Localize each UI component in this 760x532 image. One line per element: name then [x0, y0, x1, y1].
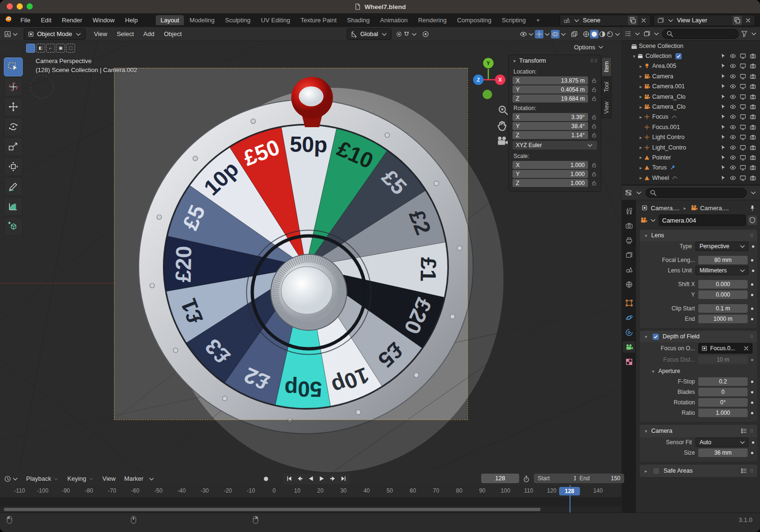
scrollbar-thumb[interactable] — [4, 508, 541, 511]
tool-annotate[interactable] — [4, 177, 23, 196]
hide-viewport-icon[interactable] — [730, 154, 736, 161]
selectable-icon[interactable] — [720, 103, 726, 110]
disable-viewports-icon[interactable] — [740, 144, 746, 151]
jump-to-end-button[interactable] — [338, 474, 349, 484]
tool-rotate[interactable] — [4, 117, 23, 136]
expand-icon[interactable]: ▸ — [638, 114, 644, 120]
snap-toggle[interactable] — [395, 30, 403, 38]
workspace-tab-modeling[interactable]: Modeling — [185, 15, 219, 25]
clip-end-field[interactable]: 1000 m — [698, 315, 748, 323]
disable-viewports-icon[interactable] — [740, 83, 746, 90]
selectable-icon[interactable] — [720, 83, 726, 90]
menu-file[interactable]: File — [15, 17, 36, 24]
outliner-row-camera-001[interactable]: ▸Camera.001 — [622, 82, 760, 92]
disable-render-icon[interactable] — [750, 164, 756, 171]
expand-icon[interactable]: ▸ — [638, 135, 644, 140]
viewport-menu-object[interactable]: Object — [159, 30, 187, 37]
pan-view-button[interactable] — [496, 120, 508, 132]
workspace-tab-compositing[interactable]: Compositing — [452, 15, 496, 25]
sensor-size-field[interactable]: 36 mm — [698, 448, 748, 457]
minimize-window-button[interactable] — [17, 3, 23, 9]
hide-viewport-icon[interactable] — [730, 83, 736, 90]
selectable-icon[interactable] — [720, 93, 726, 100]
expand-icon[interactable]: ▸ — [638, 155, 644, 160]
workspace-tab-sculpting[interactable]: Sculpting — [220, 15, 255, 25]
auto-keying-toggle[interactable] — [262, 475, 270, 483]
hide-viewport-icon[interactable] — [730, 134, 736, 140]
current-frame-field[interactable]: 128 — [481, 474, 519, 483]
disable-render-icon[interactable] — [750, 63, 756, 69]
play-reverse-button[interactable] — [305, 474, 316, 484]
collapse-aperture-icon[interactable]: ▾ — [650, 369, 656, 374]
selectable-icon[interactable] — [720, 175, 726, 181]
outliner-row-area-005[interactable]: ▸Area.005 — [622, 61, 760, 71]
sidebar-tab-item[interactable]: Item — [601, 57, 612, 76]
lock-rotation-z-icon[interactable] — [591, 132, 597, 138]
timeline-menu-view[interactable]: View — [98, 475, 120, 482]
disable-viewports-icon[interactable] — [740, 113, 746, 120]
selectable-icon[interactable] — [720, 164, 726, 171]
shading-rendered-button[interactable] — [606, 30, 614, 38]
focus-object-field[interactable]: Focus.0... — [698, 343, 752, 354]
collapse-dof-icon[interactable]: ▾ — [643, 334, 649, 339]
options-dropdown[interactable]: Options — [570, 42, 609, 52]
clip-start-field[interactable]: 0.1 m — [698, 304, 748, 313]
breadcrumb-data[interactable]: Camera.... — [700, 205, 729, 212]
hide-viewport-icon[interactable] — [730, 164, 736, 171]
workspace-tab-shading[interactable]: Shading — [342, 15, 375, 25]
properties-tab-object[interactable] — [623, 297, 635, 308]
hide-viewport-icon[interactable] — [730, 103, 736, 110]
next-keyframe-button[interactable] — [327, 474, 338, 484]
tool-transform[interactable] — [4, 157, 23, 176]
expand-icon[interactable]: ▸ — [638, 145, 644, 150]
selectable-icon[interactable] — [720, 124, 726, 131]
outliner-row-torus[interactable]: ▸Torus — [622, 163, 760, 173]
lock-scale-y-icon[interactable] — [591, 171, 597, 177]
viewport-3d[interactable]: 50p£10£5£2£1£20£510p50p£2£3£1£20£510p£50… — [0, 27, 621, 472]
workspace-tab-rendering[interactable]: Rendering — [413, 15, 451, 25]
lock-rotation-x-icon[interactable] — [591, 114, 597, 120]
hide-viewport-icon[interactable] — [730, 175, 736, 181]
gizmo-y-axis[interactable]: Y — [483, 58, 494, 68]
disable-render-icon[interactable] — [750, 134, 756, 140]
breadcrumb-object[interactable]: Camera.... — [651, 205, 680, 212]
expand-icon[interactable]: ▸ — [638, 94, 644, 99]
selectable-icon[interactable] — [720, 154, 726, 161]
outliner-row-camera-clo[interactable]: ▸Camera_Clo — [622, 92, 760, 102]
disable-viewports-icon[interactable] — [740, 175, 746, 181]
camera-view-button[interactable] — [496, 135, 508, 147]
disable-render-icon[interactable] — [750, 113, 756, 120]
disable-viewports-icon[interactable] — [740, 73, 746, 80]
expand-icon[interactable]: ▸ — [638, 64, 644, 69]
blades-field[interactable]: 0 — [698, 388, 748, 396]
shading-material-button[interactable] — [598, 30, 606, 38]
display-mode-icon[interactable] — [643, 30, 651, 37]
zoom-window-button[interactable] — [27, 3, 33, 9]
disable-render-icon[interactable] — [750, 73, 756, 80]
properties-editor-icon[interactable] — [625, 189, 632, 196]
disable-render-icon[interactable] — [750, 103, 756, 110]
selectable-icon[interactable] — [720, 63, 726, 69]
menu-help[interactable]: Help — [120, 17, 143, 24]
tool-scale[interactable] — [4, 137, 23, 156]
properties-search-input[interactable] — [646, 188, 747, 198]
gizmo-x-axis[interactable]: X — [495, 75, 505, 85]
panel-drag-handle[interactable]: ⠿⠿ — [590, 58, 598, 64]
hide-viewport-icon[interactable] — [730, 93, 736, 100]
lock-location-z-icon[interactable] — [591, 95, 597, 102]
jump-to-start-button[interactable] — [284, 474, 294, 484]
new-view-layer-button[interactable] — [732, 16, 742, 25]
workspace-tab-scripting[interactable]: Scripting — [497, 15, 531, 25]
safe-areas-checkbox[interactable] — [653, 467, 660, 475]
scene-selector[interactable]: Scene — [560, 15, 651, 26]
lock-rotation-y-icon[interactable] — [591, 123, 597, 129]
select-subtract-mode[interactable]: ⌐ — [46, 44, 55, 53]
disable-render-icon[interactable] — [750, 144, 756, 151]
disable-viewports-icon[interactable] — [740, 93, 746, 100]
hide-viewport-icon[interactable] — [730, 124, 736, 131]
properties-tab-render[interactable] — [623, 220, 635, 231]
selectable-icon[interactable] — [720, 113, 726, 120]
disable-viewports-icon[interactable] — [740, 53, 746, 59]
transform-orientation-select[interactable]: Global — [347, 28, 391, 40]
previous-keyframe-button[interactable] — [294, 474, 305, 484]
